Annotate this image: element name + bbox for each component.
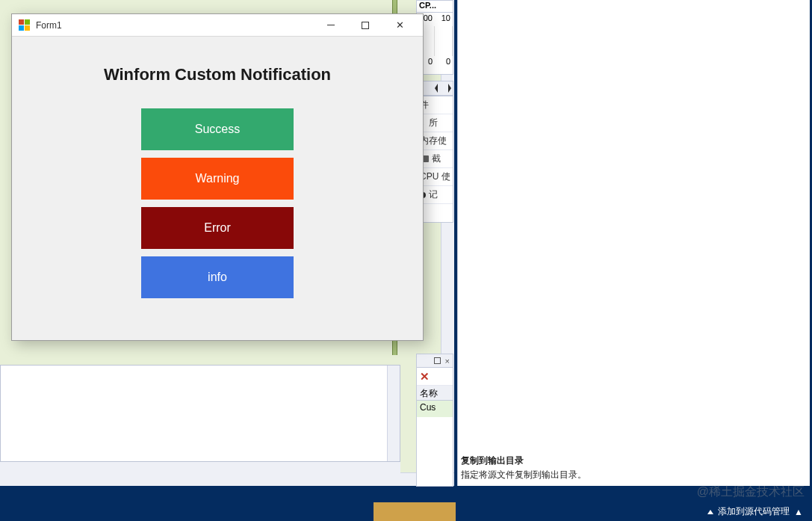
- close-icon: ✕: [396, 19, 404, 31]
- window-title: Form1: [36, 20, 62, 31]
- toolwindow-titlebar[interactable]: ×: [417, 354, 453, 368]
- minimize-icon: [327, 25, 335, 25]
- chevron-up-icon: ▲: [794, 507, 803, 517]
- solution-explorer-fragment: × ✕ 名称 Cus: [416, 354, 453, 487]
- button-label: info: [208, 271, 227, 284]
- properties-pane: 复制到输出目录 指定将源文件复制到输出目录。: [457, 0, 810, 486]
- form1-titlebar[interactable]: Form1 ✕: [12, 14, 423, 37]
- maximize-icon: [362, 22, 369, 29]
- list-item-label: CPU 使: [420, 170, 450, 183]
- info-button[interactable]: info: [141, 256, 294, 298]
- pin-icon[interactable]: [434, 357, 441, 364]
- close-button[interactable]: ✕: [382, 14, 417, 37]
- page-title: Winform Custom Notification: [12, 65, 423, 84]
- form1-client-area: Winform Custom Notification Success Warn…: [12, 37, 423, 298]
- output-hscroll[interactable]: [0, 462, 400, 477]
- output-vscroll[interactable]: [387, 366, 400, 461]
- list-item-label: 截: [432, 152, 441, 165]
- property-description-text: 指定将源文件复制到输出目录。: [461, 469, 804, 481]
- source-control-label: 添加到源代码管理: [718, 505, 790, 518]
- statusbar-left: [0, 502, 374, 521]
- toolwindow-toolbar: ✕: [417, 368, 453, 386]
- cpu-header: CP...: [417, 1, 453, 13]
- cpu-val: 10: [435, 13, 453, 26]
- button-label: Success: [195, 123, 240, 136]
- error-x-icon[interactable]: ✕: [420, 370, 430, 383]
- list-item-label: 记: [429, 188, 438, 201]
- property-description-title: 复制到输出目录: [461, 454, 804, 467]
- grid-header[interactable]: 名称: [417, 386, 453, 401]
- close-icon[interactable]: ×: [445, 357, 450, 366]
- maximize-button[interactable]: [348, 14, 382, 37]
- minimize-button[interactable]: [314, 14, 348, 37]
- property-description: 复制到输出目录 指定将源文件复制到输出目录。: [461, 454, 804, 481]
- form1-window: Form1 ✕ Winform Custom Notification Succ…: [11, 13, 424, 341]
- button-label: Warning: [196, 172, 240, 185]
- app-icon: [18, 19, 30, 31]
- scroll-left-icon[interactable]: [435, 84, 442, 93]
- grid-cell[interactable]: Cus: [417, 401, 453, 417]
- upload-icon: [707, 510, 713, 514]
- list-item-label: 内存使: [420, 135, 447, 147]
- output-panel: [0, 365, 400, 462]
- statusbar-right[interactable]: 添加到源代码管理 ▲: [456, 502, 812, 521]
- error-button[interactable]: Error: [141, 207, 294, 249]
- watermark: @稀土掘金技术社区: [697, 484, 805, 500]
- statusbar-middle: [374, 502, 456, 521]
- button-label: Error: [204, 221, 231, 235]
- success-button[interactable]: Success: [141, 108, 294, 150]
- warning-button[interactable]: Warning: [141, 158, 294, 200]
- scroll-right-icon[interactable]: [444, 84, 451, 93]
- list-item-label: 所: [429, 117, 438, 129]
- cpu-val: 0: [435, 56, 453, 70]
